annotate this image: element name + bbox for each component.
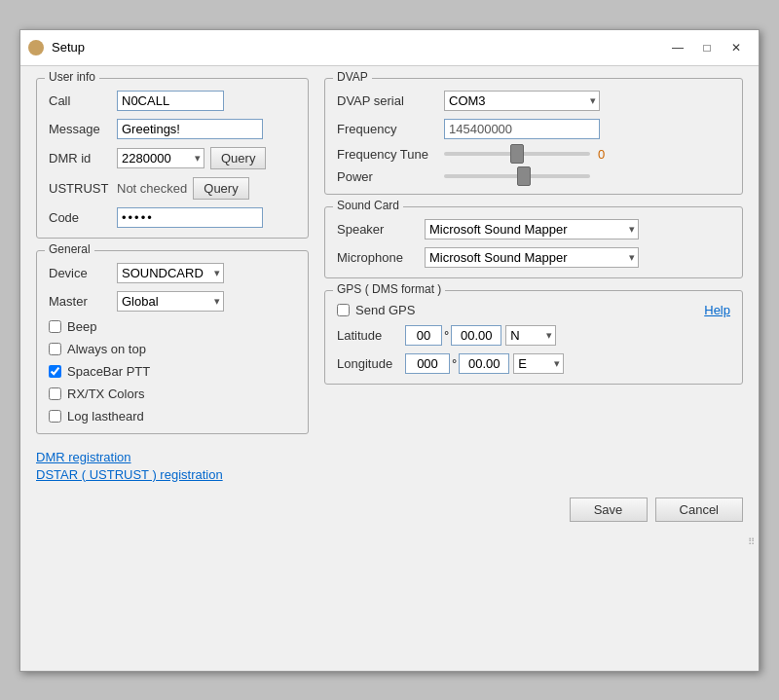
longitude-label: Longitude xyxy=(337,356,405,371)
microphone-select[interactable]: Microsoft Sound Mapper Default Device xyxy=(425,247,639,268)
dmr-registration-link[interactable]: DMR registration xyxy=(36,450,743,464)
help-link[interactable]: Help xyxy=(704,303,730,317)
log-lastheard-label: Log lastheard xyxy=(67,409,144,424)
frequency-row: Frequency xyxy=(337,119,730,139)
resize-handle: ⠿ xyxy=(20,535,759,549)
call-input[interactable] xyxy=(117,91,224,111)
call-label: Call xyxy=(49,93,117,108)
gps-group: GPS ( DMS format ) Send GPS Help Latitud… xyxy=(324,290,743,385)
dvap-group: DVAP DVAP serial COM3 COM1 COM2 COM4 Fre… xyxy=(324,78,743,195)
dmr-label: DMR id xyxy=(49,151,117,166)
log-lastheard-checkbox[interactable] xyxy=(49,410,61,423)
rx-tx-colors-row: RX/TX Colors xyxy=(49,387,296,401)
beep-row: Beep xyxy=(49,319,296,334)
longitude-deg-input[interactable] xyxy=(405,353,450,374)
cancel-button[interactable]: Cancel xyxy=(655,497,743,522)
frequency-label: Frequency xyxy=(337,122,444,136)
latitude-dir-select[interactable]: N S xyxy=(505,325,556,346)
master-row: Master Global Local xyxy=(49,291,296,312)
dmr-select-wrapper: 2280000 xyxy=(117,148,204,168)
spacebar-ptt-label: SpaceBar PTT xyxy=(67,364,150,379)
microphone-row: Microphone Microsoft Sound Mapper Defaul… xyxy=(337,247,730,268)
power-slider-container xyxy=(444,174,730,178)
frequency-tune-slider[interactable] xyxy=(444,152,590,156)
user-info-title: User info xyxy=(45,70,99,84)
window-title: Setup xyxy=(52,40,663,55)
latitude-min-input[interactable] xyxy=(451,325,501,346)
user-info-group: User info Call Message DMR id 2280000 xyxy=(36,78,309,239)
dmr-id-select[interactable]: 2280000 xyxy=(117,148,204,168)
left-column: User info Call Message DMR id 2280000 xyxy=(36,78,309,434)
microphone-select-wrapper: Microsoft Sound Mapper Default Device xyxy=(425,247,639,268)
frequency-input xyxy=(444,119,600,139)
speaker-select[interactable]: Microsoft Sound Mapper Default Device xyxy=(425,219,639,239)
power-row: Power xyxy=(337,169,730,184)
power-slider[interactable] xyxy=(444,174,590,178)
save-button[interactable]: Save xyxy=(570,497,648,522)
send-gps-checkbox[interactable] xyxy=(337,304,350,316)
frequency-tune-value: 0 xyxy=(598,147,613,162)
longitude-min-input[interactable] xyxy=(459,353,509,374)
code-label: Code xyxy=(49,210,117,225)
send-gps-label: Send GPS xyxy=(355,303,415,317)
always-on-top-label: Always on top xyxy=(67,342,146,356)
ustrust-row: USTRUST Not checked Query xyxy=(49,177,296,200)
gps-title: GPS ( DMS format ) xyxy=(333,282,445,296)
dvap-serial-select[interactable]: COM3 COM1 COM2 COM4 xyxy=(444,91,600,111)
longitude-dir-select[interactable]: E W xyxy=(513,353,564,374)
general-group: General Device SOUNDCARD DVAP Master xyxy=(36,250,309,434)
degree-symbol-lat: ° xyxy=(444,328,449,343)
message-label: Message xyxy=(49,122,117,136)
close-button[interactable]: ✕ xyxy=(722,36,751,59)
frequency-tune-label: Frequency Tune xyxy=(337,147,444,162)
rx-tx-colors-checkbox[interactable] xyxy=(49,387,61,400)
beep-checkbox[interactable] xyxy=(49,320,61,333)
dmr-query-button[interactable]: Query xyxy=(210,147,266,169)
dmr-row: DMR id 2280000 Query xyxy=(49,147,296,169)
device-label: Device xyxy=(49,266,117,280)
always-on-top-row: Always on top xyxy=(49,342,296,356)
footer-buttons: Save Cancel xyxy=(20,490,759,535)
spacebar-ptt-checkbox[interactable] xyxy=(49,365,61,378)
master-select[interactable]: Global Local xyxy=(117,291,224,312)
ustrust-label: USTRUST xyxy=(49,181,117,196)
speaker-select-wrapper: Microsoft Sound Mapper Default Device xyxy=(425,219,639,239)
setup-window: Setup — □ ✕ User info Call Message xyxy=(19,29,760,672)
lon-dir-wrapper: E W xyxy=(513,353,564,374)
longitude-row: Longitude ° E W xyxy=(337,353,730,374)
resize-icon: ⠿ xyxy=(748,537,755,547)
message-input[interactable] xyxy=(117,119,263,139)
latitude-deg-input[interactable] xyxy=(405,325,442,346)
microphone-label: Microphone xyxy=(337,250,425,265)
call-row: Call xyxy=(49,91,296,111)
ustrust-query-button[interactable]: Query xyxy=(193,177,248,200)
lat-dir-wrapper: N S xyxy=(505,325,556,346)
latitude-label: Latitude xyxy=(337,328,405,343)
dvap-title: DVAP xyxy=(333,70,372,84)
always-on-top-checkbox[interactable] xyxy=(49,343,61,355)
log-lastheard-row: Log lastheard xyxy=(49,409,296,424)
code-input[interactable] xyxy=(117,207,263,228)
device-select[interactable]: SOUNDCARD DVAP xyxy=(117,263,224,283)
general-title: General xyxy=(45,242,94,256)
registration-links: DMR registration DSTAR ( USTRUST ) regis… xyxy=(20,446,759,490)
master-select-wrapper: Global Local xyxy=(117,291,224,312)
frequency-tune-slider-container: 0 xyxy=(444,147,730,162)
speaker-label: Speaker xyxy=(337,222,425,237)
dvap-serial-label: DVAP serial xyxy=(337,93,444,108)
degree-symbol-lon: ° xyxy=(452,356,457,371)
title-bar: Setup — □ ✕ xyxy=(20,30,759,66)
master-label: Master xyxy=(49,294,117,309)
title-bar-controls: — □ ✕ xyxy=(663,36,751,59)
dstar-registration-link[interactable]: DSTAR ( USTRUST ) registration xyxy=(36,467,743,482)
device-row: Device SOUNDCARD DVAP xyxy=(49,263,296,283)
dvap-serial-row: DVAP serial COM3 COM1 COM2 COM4 xyxy=(337,91,730,111)
maximize-button[interactable]: □ xyxy=(692,36,722,59)
device-select-wrapper: SOUNDCARD DVAP xyxy=(117,263,224,283)
gps-header-row: Send GPS Help xyxy=(337,303,730,317)
rx-tx-colors-label: RX/TX Colors xyxy=(67,387,144,401)
main-content: User info Call Message DMR id 2280000 xyxy=(20,66,759,446)
minimize-button[interactable]: — xyxy=(663,36,692,59)
sound-card-group: Sound Card Speaker Microsoft Sound Mappe… xyxy=(324,206,743,278)
right-column: DVAP DVAP serial COM3 COM1 COM2 COM4 Fre… xyxy=(324,78,743,434)
